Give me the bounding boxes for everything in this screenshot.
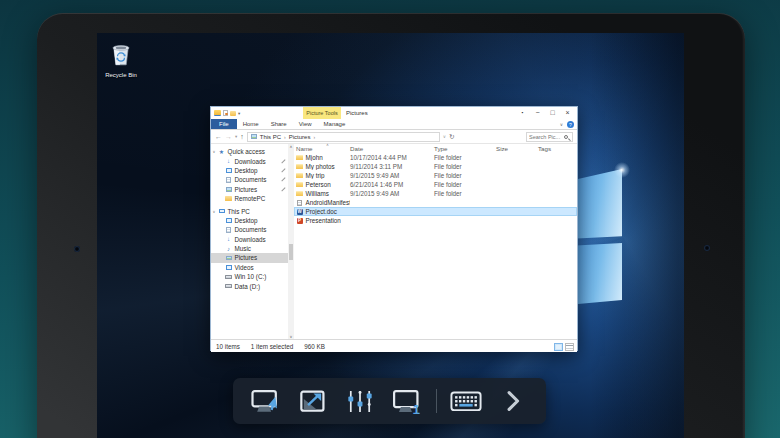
nav-item-pictures-qa[interactable]: Pictures: [211, 185, 288, 194]
customize-toolbar-dropdown-icon[interactable]: ▾: [238, 111, 240, 116]
column-header-name[interactable]: Name: [294, 145, 350, 152]
file-row[interactable]: Peterson 6/21/2014 1:46 PM File folder: [294, 180, 577, 189]
column-header-tags[interactable]: Tags: [538, 145, 577, 152]
search-box[interactable]: [526, 132, 573, 142]
nav-item-downloads-qa[interactable]: ↓ Downloads: [211, 156, 288, 165]
ribbon-collapse-icon[interactable]: ∨: [560, 122, 563, 127]
file-row[interactable]: PPresentation: [294, 216, 577, 225]
up-icon[interactable]: ↑: [240, 133, 244, 140]
fullscreen-button[interactable]: [295, 385, 331, 417]
file-explorer-window: ▾ Picture Tools Pictures ▪ − □ × File Ho…: [210, 106, 578, 351]
column-header-size[interactable]: Size: [496, 145, 538, 152]
scrollbar-thumb[interactable]: [289, 244, 293, 260]
video-icon: [225, 264, 232, 271]
tab-view[interactable]: View: [293, 119, 318, 129]
picture-icon: [225, 255, 232, 262]
properties-icon[interactable]: [223, 110, 228, 116]
file-row[interactable]: Mjohn 10/17/2014 4:44 PM File folder: [294, 153, 577, 162]
monitor-1-icon: 1: [391, 388, 423, 415]
quick-access-star-icon: ★: [218, 148, 225, 155]
window-title: Pictures: [346, 107, 368, 119]
selection-count: 1 item selected: [251, 343, 293, 350]
pin-icon: [281, 187, 286, 191]
nav-section-this-pc[interactable]: ∨ This PC: [211, 206, 288, 215]
fullscreen-icon: [298, 388, 328, 415]
tab-share[interactable]: Share: [265, 119, 293, 129]
item-count: 10 items: [216, 343, 240, 350]
nav-item-documents[interactable]: Documents: [211, 225, 288, 234]
document-icon: [225, 177, 232, 184]
breadcrumb-separator-icon: ›: [284, 134, 286, 140]
twisty-icon[interactable]: ∨: [213, 209, 216, 214]
download-icon: ↓: [225, 236, 232, 243]
drive-icon: [225, 274, 232, 281]
breadcrumb[interactable]: This PC › Pictures ›: [247, 132, 440, 142]
minimize-button[interactable]: −: [530, 107, 545, 119]
ribbon-options-icon[interactable]: ▪: [515, 107, 530, 119]
folder-icon: [296, 190, 303, 197]
recycle-bin-icon[interactable]: Recycle Bin: [99, 41, 143, 78]
breadcrumb-current[interactable]: Pictures: [289, 134, 311, 140]
nav-item-desktop[interactable]: Desktop: [211, 216, 288, 225]
folder-icon: [296, 154, 303, 161]
refresh-icon[interactable]: ↻: [449, 133, 454, 141]
monitor-number-badge: 1: [413, 401, 421, 414]
tab-file[interactable]: File: [211, 119, 237, 129]
download-icon: ↓: [225, 158, 232, 165]
details-view-icon[interactable]: [554, 343, 563, 351]
next-button[interactable]: [495, 385, 531, 417]
nav-item-remotepc[interactable]: RemotePC: [211, 194, 288, 203]
navigation-pane: ∨ ★ Quick access ↓ Downloads Desktop: [211, 144, 288, 339]
tab-manage[interactable]: Manage: [318, 119, 352, 129]
settings-sliders-button[interactable]: [342, 385, 378, 417]
chevron-right-icon: [505, 388, 521, 414]
file-row[interactable]: Williams 9/1/2015 9:49 AM File folder: [294, 189, 577, 198]
twisty-icon[interactable]: ∨: [213, 149, 216, 154]
pin-icon: [281, 159, 286, 163]
explorer-app-icon: [214, 110, 221, 116]
thumbnails-view-icon[interactable]: [565, 343, 574, 351]
file-row[interactable]: AndroidManifest.xml: [294, 198, 577, 207]
file-row[interactable]: My trip 9/1/2015 9:49 AM File folder: [294, 171, 577, 180]
help-icon[interactable]: ?: [567, 121, 574, 128]
column-header-date[interactable]: Date: [350, 145, 434, 152]
address-dropdown-icon[interactable]: ∨: [443, 134, 446, 139]
sort-caret-icon: ∧: [326, 142, 329, 147]
close-button[interactable]: ×: [560, 107, 575, 119]
new-folder-icon[interactable]: [230, 111, 236, 116]
forward-icon[interactable]: →: [225, 133, 232, 140]
wallpaper-glint: [614, 162, 630, 178]
folder-icon: [296, 181, 303, 188]
search-input[interactable]: [529, 134, 563, 140]
tab-home[interactable]: Home: [237, 119, 265, 129]
monitor-1-button[interactable]: 1: [389, 385, 425, 417]
file-row-selected[interactable]: WProject.doc: [294, 207, 577, 216]
nav-section-quick-access[interactable]: ∨ ★ Quick access: [211, 147, 288, 156]
nav-item-pictures[interactable]: Pictures: [211, 253, 288, 262]
recent-locations-dropdown-icon[interactable]: ▾: [235, 134, 237, 139]
nav-item-win10-c[interactable]: Win 10 (C:): [211, 272, 288, 281]
tablet-device: Recycle Bin ▾ Picture Tools Pictures ▪ −: [37, 13, 745, 438]
remote-pointer-icon: [250, 388, 282, 415]
remote-pointer-button[interactable]: [248, 385, 284, 417]
breadcrumb-root[interactable]: This PC: [260, 134, 281, 140]
nav-item-data-d[interactable]: Data (D:): [211, 281, 288, 290]
picture-icon: [225, 186, 232, 193]
nav-item-documents-qa[interactable]: Documents: [211, 175, 288, 184]
keyboard-button[interactable]: [448, 385, 484, 417]
back-icon[interactable]: ←: [215, 133, 222, 140]
camera-dot-left: [74, 246, 80, 252]
computer-icon: [218, 208, 225, 215]
nav-item-downloads[interactable]: ↓ Downloads: [211, 235, 288, 244]
nav-item-videos[interactable]: Videos: [211, 263, 288, 272]
nav-item-desktop-qa[interactable]: Desktop: [211, 166, 288, 175]
quick-access-toolbar[interactable]: ▾: [211, 110, 240, 116]
address-bar: ← → ▾ ↑ This PC › Pictures › ∨ ↻: [211, 130, 577, 144]
maximize-button[interactable]: □: [545, 107, 560, 119]
nav-item-music[interactable]: ♪ Music: [211, 244, 288, 253]
document-icon: [225, 227, 232, 234]
file-row[interactable]: My photos 9/11/2014 3:11 PM File folder: [294, 162, 577, 171]
column-header-type[interactable]: Type: [434, 145, 496, 152]
toolbar-divider: [436, 389, 437, 413]
location-icon: [251, 134, 257, 139]
